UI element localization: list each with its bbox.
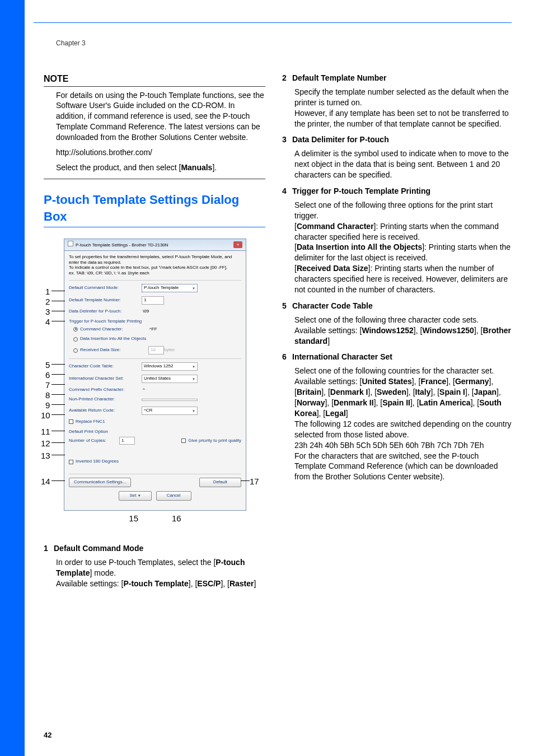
dialog-titlebar: P-touch Template Settings - Brother TD-2… xyxy=(64,239,246,251)
item-6-title: International Character Set xyxy=(292,352,392,361)
number-of-copies-input[interactable]: 1 xyxy=(119,437,135,445)
dialog-intro: To set properties for the transferred te… xyxy=(69,254,241,276)
non-printed-character-input[interactable] xyxy=(142,399,198,401)
item-5-title: Character Code Table xyxy=(292,301,373,310)
top-rule xyxy=(34,22,512,23)
ptouch-settings-dialog: P-touch Template Settings - Brother TD-2… xyxy=(64,239,246,511)
default-template-number-input[interactable]: 1 xyxy=(142,296,164,305)
note-url: http://solutions.brother.com/ xyxy=(56,147,265,158)
section-heading: P-touch Template Settings Dialog Box xyxy=(44,192,265,225)
item-4-title: Trigger for P-touch Template Printing xyxy=(292,186,430,195)
default-print-option-label: Default Print Option xyxy=(69,429,241,435)
label-default-command-mode: Default Command Mode: xyxy=(69,285,142,291)
item-5-body: Select one of the following three charac… xyxy=(294,315,512,347)
callout-11: 11 xyxy=(41,426,50,437)
trigger-group-label: Trigger for P-touch Template Printing xyxy=(69,319,241,325)
radio-data-insertion[interactable] xyxy=(73,337,78,342)
callout-14: 14 xyxy=(41,476,50,487)
item-1-title: Default Command Mode xyxy=(54,544,143,553)
item-6-body: Select one of the following countries fo… xyxy=(294,366,512,482)
note-text-1: For details on using the P-touch Templat… xyxy=(56,90,265,143)
label-data-delimiter: Data Delimiter for P-touch: xyxy=(69,309,142,315)
dialog-illustration: P-touch Template Settings - Brother TD-2… xyxy=(44,239,265,541)
item-3-body: A delimiter is the symbol used to indica… xyxy=(294,148,512,180)
callout-12: 12 xyxy=(41,438,50,449)
label-number-of-copies: Number of Copies: xyxy=(69,438,119,444)
default-button[interactable]: Default xyxy=(199,478,241,487)
label-international-character-set: International Character Set: xyxy=(69,376,142,382)
chapter-label: Chapter 3 xyxy=(56,39,86,47)
label-character-code-table: Character Code Table: xyxy=(69,363,142,370)
item-1-body: In order to use P-touch Templates, selec… xyxy=(56,557,265,589)
radio-command-character[interactable] xyxy=(73,327,78,332)
command-character-value: ^FF xyxy=(148,326,157,333)
note-heading: NOTE xyxy=(44,73,265,85)
command-prefix-value: ^ xyxy=(142,387,145,393)
callout-4: 4 xyxy=(45,316,50,328)
page-number: 42 xyxy=(44,731,51,739)
label-command-prefix-character: Command Prefix Character: xyxy=(69,387,142,393)
callout-15: 15 xyxy=(129,513,138,524)
item-2-body: Specify the template number selected as … xyxy=(294,87,512,129)
item-4-body: Select one of the following three option… xyxy=(294,200,512,295)
item-3-title: Data Delimiter for P-touch xyxy=(292,135,389,144)
label-available-return-code: Available Return Code: xyxy=(69,408,142,414)
callout-13: 13 xyxy=(41,450,50,461)
international-character-set-select[interactable]: United States▼ xyxy=(142,375,198,383)
note-text-3: Select the product, and then select [Man… xyxy=(56,162,265,173)
label-default-template-number: Default Template Number: xyxy=(69,297,142,304)
item-2-title: Default Template Number xyxy=(292,73,387,82)
label-non-printed-character: Non-Printed Character: xyxy=(69,396,142,403)
received-data-size-input[interactable]: 10 xyxy=(148,346,164,354)
replace-fnc1-checkbox[interactable] xyxy=(69,419,73,424)
default-command-mode-select[interactable]: P-touch Template▼ xyxy=(142,284,198,292)
cancel-button[interactable]: Cancel xyxy=(156,491,191,501)
set-button[interactable]: Set ▼ xyxy=(119,491,151,501)
radio-received-data-size[interactable] xyxy=(73,348,78,353)
callout-16: 16 xyxy=(172,513,181,524)
note-block: NOTE For details on using the P-touch Te… xyxy=(44,73,265,179)
communication-settings-button[interactable]: Communication Settings... xyxy=(69,478,131,487)
close-icon[interactable]: × xyxy=(233,241,242,248)
app-icon xyxy=(68,241,73,246)
callout-10: 10 xyxy=(41,410,50,421)
dialog-title: P-touch Template Settings - Brother TD-2… xyxy=(76,242,168,248)
left-accent-bar xyxy=(0,0,25,756)
print-quality-checkbox[interactable] xyxy=(181,438,186,443)
inverted-180-checkbox[interactable] xyxy=(69,460,73,464)
callout-17: 17 xyxy=(250,476,259,487)
data-delimiter-value: \09 xyxy=(142,309,149,315)
available-return-code-select[interactable]: ^CR▼ xyxy=(142,407,198,415)
character-code-table-select[interactable]: Windows 1252▼ xyxy=(142,362,198,371)
